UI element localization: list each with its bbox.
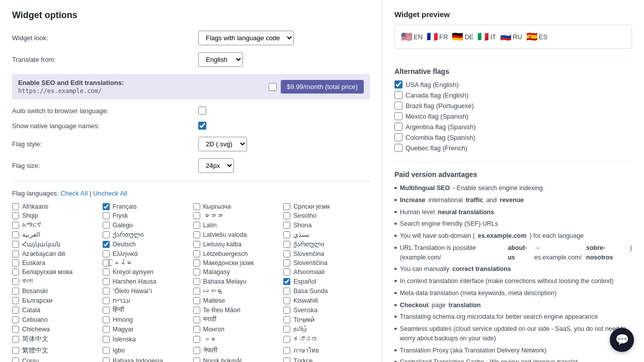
lang-checkbox[interactable]: [283, 222, 290, 229]
lang-checkbox[interactable]: [283, 357, 290, 362]
uncheck-all-link[interactable]: Uncheck All: [93, 190, 127, 197]
lang-checkbox[interactable]: [283, 212, 290, 219]
lang-checkbox[interactable]: [283, 250, 290, 257]
lang-checkbox[interactable]: [103, 297, 110, 304]
lang-checkbox[interactable]: [193, 336, 200, 343]
lang-checkbox[interactable]: [103, 268, 110, 276]
lang-checkbox[interactable]: [193, 250, 200, 257]
lang-checkbox[interactable]: [103, 278, 110, 285]
lang-checkbox[interactable]: [283, 268, 290, 276]
lang-checkbox[interactable]: [12, 297, 19, 304]
lang-checkbox[interactable]: [103, 307, 110, 314]
lang-checkbox[interactable]: [193, 278, 200, 285]
widget-look-select[interactable]: Flags with language code Flags only Drop…: [198, 31, 294, 45]
lang-checkbox[interactable]: [103, 250, 110, 257]
lang-checkbox[interactable]: [12, 231, 19, 238]
lang-checkbox[interactable]: [283, 203, 290, 210]
lang-checkbox[interactable]: [103, 347, 110, 354]
alt-flag-label: Argentina flag (Spanish): [406, 123, 475, 131]
lang-checkbox[interactable]: [12, 203, 19, 210]
lang-checkbox[interactable]: [193, 288, 200, 295]
seo-price-label[interactable]: $9.99/month (total price): [281, 80, 364, 94]
lang-checkbox[interactable]: [12, 326, 19, 333]
lang-checkbox[interactable]: [283, 231, 290, 238]
alt-flag-checkbox[interactable]: [394, 91, 403, 99]
lang-checkbox[interactable]: [283, 278, 290, 285]
lang-checkbox[interactable]: [283, 259, 290, 266]
lang-checkbox[interactable]: [12, 307, 19, 314]
lang-checkbox[interactable]: [193, 222, 200, 229]
lang-checkbox[interactable]: [103, 288, 110, 295]
lang-checkbox[interactable]: [12, 316, 19, 323]
flag-item: 🇮🇹IT: [477, 31, 496, 42]
show-native-checkbox[interactable]: [198, 122, 206, 130]
lang-checkbox[interactable]: [193, 259, 200, 266]
lang-checkbox[interactable]: [103, 203, 110, 210]
lang-checkbox[interactable]: [12, 347, 19, 354]
alt-flag-label: Brazil flag (Portuguese): [406, 102, 474, 110]
lang-label: Norsk bokmål: [203, 357, 242, 362]
seo-checkbox[interactable]: [269, 83, 277, 91]
widget-look-label: Widget look:: [12, 34, 198, 42]
preview-flags-container: 🇺🇸EN🇫🇷FR🇩🇪DE🇮🇹IT🇷🇺RU🇪🇸ES: [394, 25, 632, 49]
lang-checkbox[interactable]: [193, 357, 200, 362]
lang-label: Afsoomaali: [293, 268, 325, 276]
alt-flag-checkbox[interactable]: [394, 133, 403, 141]
check-all-link[interactable]: Check All: [60, 190, 88, 197]
lang-checkbox[interactable]: [103, 212, 110, 219]
lang-checkbox[interactable]: [12, 222, 19, 229]
lang-checkbox[interactable]: [103, 231, 110, 238]
lang-checkbox[interactable]: [283, 241, 290, 248]
lang-checkbox[interactable]: [12, 212, 19, 219]
lang-checkbox[interactable]: [193, 212, 200, 219]
alt-flag-checkbox[interactable]: [394, 144, 403, 152]
list-item: You can manually correct translations: [394, 264, 632, 274]
lang-checkbox[interactable]: [193, 268, 200, 276]
lang-checkbox[interactable]: [12, 268, 19, 276]
lang-checkbox[interactable]: [103, 326, 110, 333]
lang-checkbox[interactable]: [193, 307, 200, 314]
flag-size-select[interactable]: 16px 20px 24px 32px: [198, 158, 234, 173]
lang-checkbox[interactable]: [12, 259, 19, 266]
lang-checkbox[interactable]: [12, 357, 19, 362]
lang-checkbox[interactable]: [283, 336, 290, 343]
widget-preview-title: Widget preview: [394, 10, 632, 19]
lang-checkbox[interactable]: [283, 307, 290, 314]
auto-switch-checkbox[interactable]: [198, 107, 206, 115]
seo-enable-row: Enable SEO and Edit translations: https:…: [12, 74, 370, 100]
lang-checkbox[interactable]: [193, 326, 200, 333]
alt-flag-checkbox[interactable]: [394, 102, 403, 110]
lang-checkbox[interactable]: [12, 288, 19, 295]
alt-flag-checkbox[interactable]: [394, 112, 403, 120]
lang-checkbox[interactable]: [103, 222, 110, 229]
lang-checkbox[interactable]: [283, 297, 290, 304]
lang-checkbox[interactable]: [103, 357, 110, 362]
lang-checkbox[interactable]: [283, 288, 290, 295]
lang-checkbox[interactable]: [12, 336, 19, 343]
lang-checkbox[interactable]: [193, 347, 200, 354]
alt-flag-checkbox[interactable]: [394, 123, 403, 131]
lang-checkbox[interactable]: [103, 241, 110, 248]
lang-checkbox[interactable]: [193, 231, 200, 238]
flag-style-select[interactable]: 2D (.svg) 3D (.png): [198, 137, 247, 151]
chat-bubble-button[interactable]: 💬: [610, 328, 634, 352]
lang-checkbox[interactable]: [103, 336, 110, 343]
alt-flag-checkbox[interactable]: [394, 80, 403, 88]
list-item: हिन्दी: [103, 306, 189, 314]
lang-checkbox[interactable]: [193, 203, 200, 210]
list-item: Malagasy: [193, 268, 280, 276]
lang-checkbox[interactable]: [193, 297, 200, 304]
translate-from-select[interactable]: English French German Spanish: [198, 52, 243, 67]
list-item: Chichewa: [12, 325, 99, 333]
lang-checkbox[interactable]: [193, 241, 200, 248]
lang-checkbox[interactable]: [12, 241, 19, 248]
lang-checkbox[interactable]: [12, 278, 19, 285]
lang-checkbox[interactable]: [103, 316, 110, 323]
lang-checkbox[interactable]: [193, 316, 200, 323]
lang-checkbox[interactable]: [283, 326, 290, 333]
lang-checkbox[interactable]: [12, 250, 19, 257]
lang-label: Български: [22, 297, 52, 304]
lang-checkbox[interactable]: [283, 347, 290, 354]
lang-checkbox[interactable]: [103, 259, 110, 266]
lang-checkbox[interactable]: [283, 316, 290, 323]
